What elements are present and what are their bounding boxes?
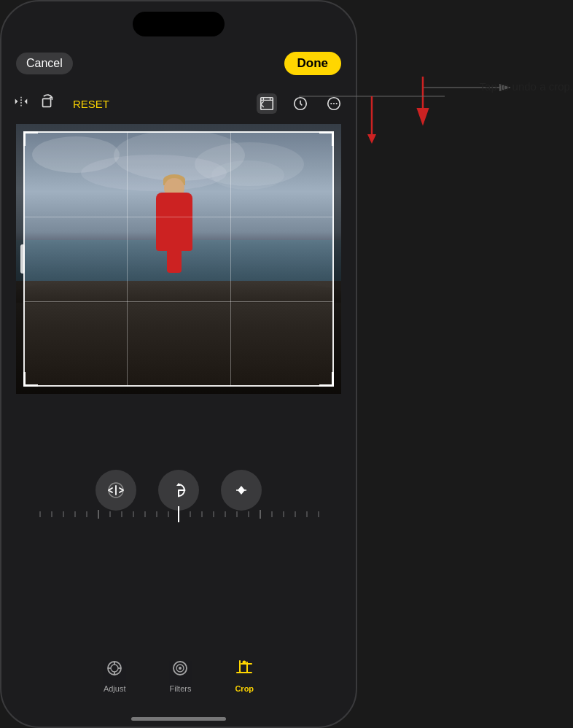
filters-icon (171, 659, 189, 681)
person-figure (152, 178, 196, 273)
horizontal-flip-svg (106, 481, 125, 500)
vertical-flip-svg (232, 481, 251, 500)
svg-point-46 (179, 667, 182, 670)
tab-crop-label: Crop (235, 684, 254, 693)
dynamic-island (133, 12, 225, 36)
rotation-slider[interactable] (1, 503, 356, 525)
cloud-5 (211, 160, 284, 190)
svg-marker-11 (238, 490, 245, 495)
svg-marker-54 (367, 134, 376, 144)
rocks-layer (16, 281, 341, 394)
svg-point-7 (336, 103, 338, 104)
flip-horizontal-svg (13, 94, 29, 110)
tab-filters-label: Filters (169, 684, 191, 693)
toolbar-right (257, 93, 344, 114)
home-indicator (131, 717, 226, 721)
figure-legs (167, 251, 182, 273)
markup-icon[interactable] (290, 93, 311, 114)
tab-filters[interactable]: Filters (169, 659, 191, 693)
more-icon[interactable] (324, 93, 344, 114)
crop-icon (235, 659, 253, 681)
crop-svg (235, 659, 253, 677)
toolbar: RESET (1, 88, 356, 120)
svg-rect-2 (261, 98, 273, 110)
svg-point-5 (330, 103, 332, 104)
slider-center-marker (178, 506, 179, 522)
reset-button[interactable]: RESET (73, 98, 109, 110)
rotate-icon[interactable] (39, 94, 55, 114)
rock-edge (16, 281, 341, 303)
figure-body (156, 193, 192, 251)
rotate-svg (39, 94, 55, 110)
adjust-icon (106, 659, 123, 681)
rotate-cw-svg (169, 481, 188, 500)
svg-point-6 (333, 103, 335, 104)
filters-svg (171, 659, 189, 677)
bottom-tabs: Adjust Filters C (1, 651, 356, 702)
svg-rect-1 (43, 98, 51, 107)
tab-adjust[interactable]: Adjust (104, 659, 126, 693)
slider-track (26, 507, 332, 522)
tab-adjust-label: Adjust (104, 684, 126, 693)
flip-icon[interactable] (13, 94, 29, 114)
done-button[interactable]: Done (284, 52, 342, 75)
cancel-button[interactable]: Cancel (16, 53, 73, 74)
crop-revert-svg (259, 96, 275, 112)
toolbar-left: RESET (13, 94, 109, 114)
photo-background (16, 124, 341, 394)
annotation-area: Tap to undo a crop. (357, 73, 573, 190)
revert-crop-icon[interactable] (257, 93, 277, 114)
more-svg (326, 96, 342, 112)
svg-point-39 (111, 665, 118, 672)
phone-frame: Cancel Done RESET (0, 0, 357, 728)
adjust-svg (106, 659, 123, 677)
tab-crop[interactable]: Crop (235, 659, 254, 693)
photo-edit-area[interactable] (16, 124, 341, 394)
markup-svg (292, 96, 308, 112)
top-bar: Cancel Done (1, 45, 356, 82)
rotation-area (1, 401, 356, 533)
svg-marker-10 (238, 486, 245, 490)
